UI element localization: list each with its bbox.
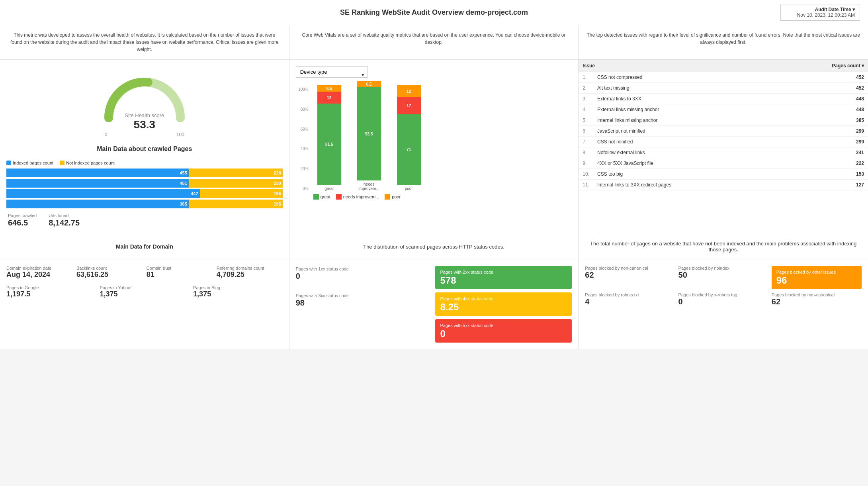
legend-great-label: great [321,194,330,199]
vitals-bar-2-stack: 6.5 93.5 [357,81,381,180]
issue-num: 3. [579,94,593,104]
index-info-desc: The total number of pages on a website t… [579,234,868,259]
index-noncanonical2-label: Pages blocked by non-canonical [772,292,862,297]
issues-tbody: 1. CSS not compressed 452 2. Alt text mi… [579,72,868,190]
http-5xx-value: 0 [440,328,567,339]
issue-name: CSS not compressed [593,72,778,83]
col-issue: Issue [579,60,778,72]
bar3-label: poor [405,186,413,191]
domain-referring: Referring domains count 4,709.25 [217,266,283,279]
gauge-value: 53.3 [125,118,164,131]
trust-value: 81 [147,270,213,279]
bar-blue-3: 447 [6,189,200,198]
core-web-vitals-description: Core Web Vitals are a set of website qua… [289,25,579,59]
domain-row2: Pages in Google 1,197.5 Pages in Yahoo! … [6,285,283,298]
http-2xx-label: Pages with 2xx status code [440,270,493,274]
audit-date-value: Nov 10, 2023, 12:00:23 AM [786,12,855,18]
issue-num: 4. [579,104,593,115]
bing-label: Pages in Bing [193,285,283,290]
pages-crawled-stat: Pages crawled 646.5 [8,212,37,227]
bar-row-2: 451 230 [6,179,283,188]
expiration-label: Domain expiration date [6,266,72,270]
gauge-max: 100 [176,132,184,137]
domain-bing: Pages in Bing 1,375 [193,285,283,298]
issue-num: 6. [579,126,593,137]
index-robots-value: 4 [585,297,675,306]
bar-rows: 455 228 451 230 447 195 [6,169,283,208]
gauge-container: Site Health score 53.3 0 100 [6,66,283,141]
http-5xx: Pages with 5xx status code 0 [435,319,572,343]
issue-num: 10. [579,169,593,180]
http-2xx: Pages with 2xx status code 578 [435,266,572,289]
gauge-min: 0 [105,132,108,137]
gauge-range: 0 100 [105,132,184,137]
y-axis: 100% 80% 60% 40% 20% 0% [296,87,310,191]
legend-great-dot [313,194,319,200]
issues-thead: Issue Pages count ▾ [579,60,868,72]
not-indexed-color [60,161,65,165]
legend-needs-dot [336,194,342,200]
issue-count: 452 [778,83,868,94]
bar3-great: 71 [397,114,421,185]
http-desc-text: The distribution of scanned pages across… [363,244,504,250]
crawled-pages-section: Indexed pages count Not indexed pages co… [6,161,283,227]
http-3xx-label: Pages with 3xx status code [296,293,349,298]
domain-section-title: Main Data for Domain [116,243,173,250]
legend-indexed-label: Indexed pages count [13,161,53,165]
issues-panel: Issue Pages count ▾ 1. CSS not compresse… [579,60,868,234]
domain-expiration: Domain expiration date Aug 14, 2024 [6,266,72,279]
col-count[interactable]: Pages count ▾ [778,60,868,72]
issue-count: 241 [778,147,868,158]
legend-needs-label: needs improvem... [343,194,379,199]
issue-num: 11. [579,180,593,190]
device-select-wrapper[interactable]: Device type [296,66,368,82]
index-other-label: Pages blocked by other issues [776,270,836,274]
legend-not-indexed: Not indexed pages count [60,161,115,165]
domain-trust: Domain trust 81 [147,266,213,279]
bottom-info-row: Main Data for Domain The distribution of… [0,234,868,259]
index-xrobots-value: 0 [678,297,768,306]
issue-count: 385 [778,115,868,126]
legend-poor-dot [385,194,390,200]
vitals-legend: great needs improvem... poor [296,194,572,200]
index-desc-text: The total number of pages on a website t… [585,241,862,253]
bar3-needs: 17 [397,97,421,114]
bar-blue-4: 385 [6,200,189,208]
bar-blue-1: 455 [6,169,189,177]
issue-num: 2. [579,83,593,94]
google-value: 1,197.5 [6,290,96,298]
index-noindex-value: 50 [678,270,768,280]
index-robots-label: Pages blocked by robots.txt [585,292,675,297]
backlinks-value: 63,616.25 [76,270,143,279]
issue-name: External links to 3XX [593,94,778,104]
domain-data-panel: Domain expiration date Aug 14, 2024 Back… [0,259,289,349]
table-row: 2. Alt text missing 452 [579,83,868,94]
page-header: SE Ranking WebSite Audit Overview demo-p… [0,0,868,25]
issue-count: 299 [778,137,868,147]
table-row: 11. Internal links to 3XX redirect pages… [579,180,868,190]
bar-yellow-1: 228 [189,169,283,177]
device-type-select[interactable]: Device type [296,66,368,78]
issue-count: 153 [778,169,868,180]
table-row: 7. CSS not minified 299 [579,137,868,147]
index-grid: Pages blocked by non-canonical 62 Pages … [585,266,862,306]
http-4xx-value: 8.25 [440,302,567,313]
index-noncanonical: Pages blocked by non-canonical 62 [585,266,675,289]
issue-count: 448 [778,94,868,104]
issues-table: Issue Pages count ▾ 1. CSS not compresse… [579,60,868,190]
vitals-chart: 100% 80% 60% 40% 20% 0% 6.5 12 81.5 grea… [296,87,572,191]
index-robots: Pages blocked by robots.txt 4 [585,292,675,306]
issue-name: JavaScript not minified [593,126,778,137]
bar-legend: Indexed pages count Not indexed pages co… [6,161,283,165]
bar-yellow-2: 230 [189,179,283,188]
health-desc-text: This metric was developed to assess the … [8,31,281,53]
http-status-panel: Pages with 1xx status code 0 Pages with … [289,259,579,349]
vitals-bar-3-stack: 12 17 71 [397,85,421,185]
vitals-bar-1: 6.5 12 81.5 great [313,85,345,191]
index-noindex: Pages blocked by noindex 50 [678,266,768,289]
issue-name: CSS not minified [593,137,778,147]
http-2xx-value: 578 [440,275,567,286]
index-noncanonical2-value: 62 [772,297,862,306]
bar1-poor: 6.5 [317,85,341,92]
index-noncanonical-label: Pages blocked by non-canonical [585,266,675,270]
